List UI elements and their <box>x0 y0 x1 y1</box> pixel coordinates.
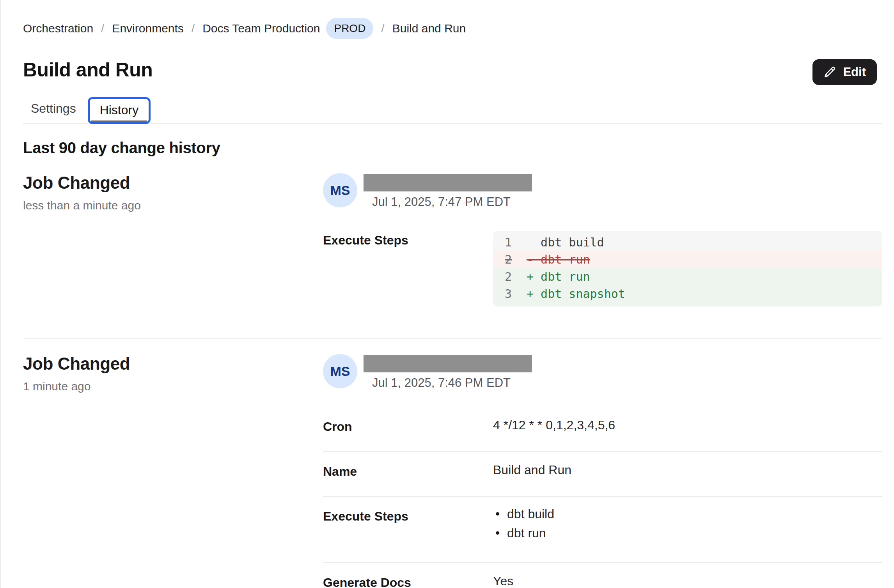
entry-title: Job Changed <box>23 173 323 193</box>
diff-code: dbt build <box>527 234 604 251</box>
edit-button-label: Edit <box>843 65 866 79</box>
field-label: Execute Steps <box>323 231 493 306</box>
avatar: MS <box>323 354 357 388</box>
field-row-name: Name Build and Run <box>323 452 882 497</box>
changed-fields-table: Cron 4 */12 * * 0,1,2,3,4,5,6 Name Build… <box>323 417 882 588</box>
entry-summary: Job Changed 1 minute ago <box>23 354 323 588</box>
field-value: Build and Run <box>493 462 882 479</box>
tab-settings[interactable]: Settings <box>29 96 78 123</box>
job-history-page: Orchestration / Environments / Docs Team… <box>1 0 894 588</box>
execute-steps-diff: 1 dbt build 2 - dbt run 2 + dbt run 3 + … <box>493 231 882 306</box>
field-label: Name <box>323 462 493 479</box>
diff-line-number: 2 <box>505 268 527 285</box>
breadcrumb-separator: / <box>101 20 104 37</box>
edit-button[interactable]: Edit <box>812 59 877 85</box>
history-entry: Job Changed 1 minute ago MS Jul 1, 2025,… <box>23 339 882 588</box>
change-timestamp: Jul 1, 2025, 7:46 PM EDT <box>364 376 532 390</box>
field-label: Execute Steps <box>323 507 493 545</box>
field-label: Generate Docs <box>323 573 493 588</box>
avatar: MS <box>323 173 357 207</box>
entry-relative-time: less than a minute ago <box>23 199 323 212</box>
history-entry: Job Changed less than a minute ago MS Ju… <box>23 157 882 306</box>
author-meta: Jul 1, 2025, 7:47 PM EDT <box>364 173 532 209</box>
field-row-execute-steps: Execute Steps dbt build dbt run <box>323 497 882 563</box>
author-row: MS Jul 1, 2025, 7:46 PM EDT <box>323 354 882 390</box>
entry-details: MS Jul 1, 2025, 7:46 PM EDT Cron 4 */12 … <box>323 354 882 588</box>
field-value: Yes <box>493 573 882 588</box>
diff-code: + dbt run <box>527 268 590 285</box>
entry-title: Job Changed <box>23 354 323 374</box>
breadcrumb-separator: / <box>192 20 195 37</box>
author-meta: Jul 1, 2025, 7:46 PM EDT <box>364 354 532 390</box>
execute-steps-diff-row: Execute Steps 1 dbt build 2 - dbt run 2 … <box>323 231 882 306</box>
field-row-cron: Cron 4 */12 * * 0,1,2,3,4,5,6 <box>323 417 882 452</box>
breadcrumb-environments[interactable]: Environments <box>112 20 183 37</box>
page-title: Build and Run <box>23 58 153 81</box>
author-row: MS Jul 1, 2025, 7:47 PM EDT <box>323 173 882 209</box>
tab-history[interactable]: History <box>90 99 149 122</box>
diff-line-removed: 2 - dbt run <box>493 251 882 268</box>
diff-code: - dbt run <box>527 251 590 268</box>
breadcrumb-environment-name[interactable]: Docs Team Production <box>202 20 320 37</box>
diff-line-context: 1 dbt build <box>493 231 882 251</box>
entry-relative-time: 1 minute ago <box>23 380 323 393</box>
list-item: dbt build <box>493 507 882 521</box>
list-item: dbt run <box>493 526 882 540</box>
field-value: 4 */12 * * 0,1,2,3,4,5,6 <box>493 417 882 434</box>
breadcrumb-separator: / <box>381 20 384 37</box>
tab-bar: Settings History <box>23 96 882 124</box>
diff-line-added: 3 + dbt snapshot <box>493 285 882 306</box>
title-row: Build and Run Edit <box>23 58 882 85</box>
diff-line-added: 2 + dbt run <box>493 268 882 285</box>
environment-prod-badge: PROD <box>326 18 373 39</box>
breadcrumb: Orchestration / Environments / Docs Team… <box>23 18 882 39</box>
execute-steps-list: dbt build dbt run <box>493 507 882 545</box>
diff-line-number: 2 <box>505 251 527 268</box>
diff-line-number: 1 <box>505 234 527 251</box>
redacted-author-name <box>364 355 532 372</box>
redacted-author-name <box>364 174 532 191</box>
pencil-icon <box>823 66 837 79</box>
diff-line-number: 3 <box>505 285 527 303</box>
field-row-generate-docs: Generate Docs Yes <box>323 563 882 588</box>
field-label: Cron <box>323 417 493 434</box>
tab-history-active-ring: History <box>88 97 151 124</box>
entry-summary: Job Changed less than a minute ago <box>23 173 323 306</box>
change-timestamp: Jul 1, 2025, 7:47 PM EDT <box>364 195 532 209</box>
breadcrumb-current-job: Build and Run <box>392 20 466 37</box>
change-history-heading: Last 90 day change history <box>23 139 882 157</box>
diff-code: + dbt snapshot <box>527 285 625 303</box>
breadcrumb-orchestration[interactable]: Orchestration <box>23 20 93 37</box>
entry-details: MS Jul 1, 2025, 7:47 PM EDT Execute Step… <box>323 173 882 306</box>
